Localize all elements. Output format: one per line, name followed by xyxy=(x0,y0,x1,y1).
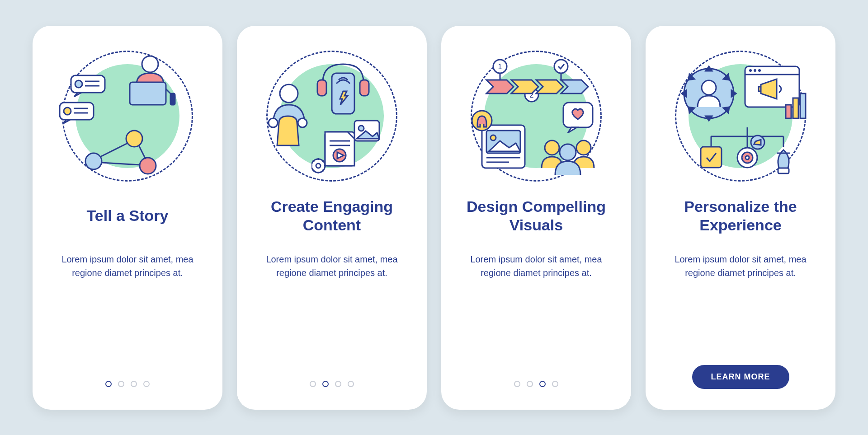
browser-megaphone-chart-icon xyxy=(741,62,808,125)
dot[interactable] xyxy=(552,381,558,387)
chat-bubble-icon xyxy=(57,100,98,125)
card-title: Create Engaging Content xyxy=(255,197,409,234)
svg-rect-71 xyxy=(786,105,791,118)
learn-more-button[interactable]: LEARN MORE xyxy=(692,365,789,389)
strategy-flow-icon xyxy=(695,125,799,179)
card-body: Lorem ipsum dolor sit amet, mea regione … xyxy=(459,253,613,381)
card-body: Lorem ipsum dolor sit amet, mea regione … xyxy=(255,253,409,381)
dot[interactable] xyxy=(514,381,520,387)
dot[interactable] xyxy=(322,381,329,387)
svg-rect-3 xyxy=(170,94,175,105)
svg-rect-72 xyxy=(793,98,798,118)
svg-rect-73 xyxy=(800,94,806,118)
person-bag-icon xyxy=(262,82,316,150)
dot[interactable] xyxy=(105,381,112,387)
onboarding-card: Create Engaging Content Lorem ipsum dolo… xyxy=(237,26,427,410)
svg-line-16 xyxy=(139,145,146,159)
dot[interactable] xyxy=(131,381,137,387)
people-heart-icon xyxy=(536,100,604,177)
svg-point-69 xyxy=(754,69,756,72)
svg-line-40 xyxy=(313,170,314,171)
pagination-dots xyxy=(105,381,150,387)
svg-point-65 xyxy=(702,80,716,95)
dot[interactable] xyxy=(348,381,354,387)
pagination-dots xyxy=(310,381,354,387)
svg-point-48 xyxy=(554,60,568,73)
svg-point-82 xyxy=(745,156,749,159)
svg-point-68 xyxy=(749,69,752,72)
card-body: Lorem ipsum dolor sit amet, mea regione … xyxy=(51,253,204,381)
card-body: Lorem ipsum dolor sit amet, mea regione … xyxy=(664,253,817,365)
svg-rect-84 xyxy=(778,168,789,173)
svg-point-5 xyxy=(75,80,82,88)
card-title: Design Compelling Visuals xyxy=(459,197,613,234)
svg-point-23 xyxy=(269,118,278,127)
svg-point-70 xyxy=(758,69,761,72)
svg-rect-18 xyxy=(317,80,326,96)
svg-point-14 xyxy=(140,158,156,174)
svg-point-26 xyxy=(359,126,364,131)
svg-rect-19 xyxy=(360,80,369,96)
svg-point-22 xyxy=(280,84,298,103)
svg-marker-50 xyxy=(486,80,514,94)
svg-marker-53 xyxy=(561,80,588,94)
dot[interactable] xyxy=(310,381,316,387)
dot[interactable] xyxy=(527,381,533,387)
pagination-dots xyxy=(514,381,558,387)
illustration-engaging-content xyxy=(264,48,400,184)
svg-line-17 xyxy=(102,163,140,165)
network-nodes-icon xyxy=(82,127,164,177)
illustration-personalize xyxy=(673,48,808,184)
onboarding-card: Tell a Story Lorem ipsum dolor sit amet,… xyxy=(33,26,222,410)
svg-point-33 xyxy=(316,164,321,168)
svg-text:1: 1 xyxy=(498,63,502,70)
svg-point-9 xyxy=(64,108,71,115)
svg-point-56 xyxy=(491,135,496,140)
image-magnet-icon xyxy=(471,107,529,175)
onboarding-card: Personalize the Experience Lorem ipsum d… xyxy=(646,26,835,410)
onboarding-card: 1 2 xyxy=(441,26,631,410)
dot[interactable] xyxy=(335,381,341,387)
svg-line-41 xyxy=(322,160,324,162)
svg-point-61 xyxy=(545,140,559,155)
illustration-compelling-visuals: 1 2 xyxy=(468,48,604,184)
person-arrows-icon xyxy=(679,64,738,123)
svg-marker-51 xyxy=(511,80,538,94)
card-title: Tell a Story xyxy=(87,197,169,234)
dot[interactable] xyxy=(539,381,546,387)
svg-line-39 xyxy=(322,170,324,171)
svg-point-24 xyxy=(298,118,307,127)
svg-marker-52 xyxy=(536,80,563,94)
svg-line-15 xyxy=(100,143,127,157)
svg-point-63 xyxy=(560,144,576,160)
svg-point-62 xyxy=(576,140,591,155)
svg-point-0 xyxy=(142,56,158,72)
dot[interactable] xyxy=(118,381,124,387)
media-files-icon xyxy=(311,118,384,177)
person-laptop-icon xyxy=(123,53,177,107)
svg-point-13 xyxy=(126,131,142,147)
dot[interactable] xyxy=(143,381,150,387)
svg-rect-79 xyxy=(701,147,722,168)
card-title: Personalize the Experience xyxy=(664,197,817,234)
svg-line-38 xyxy=(313,160,314,162)
svg-rect-1 xyxy=(130,82,166,105)
svg-point-12 xyxy=(85,153,102,169)
illustration-tell-story xyxy=(60,48,195,184)
chat-bubble-icon xyxy=(69,73,109,98)
phone-headphones-icon xyxy=(314,57,373,116)
